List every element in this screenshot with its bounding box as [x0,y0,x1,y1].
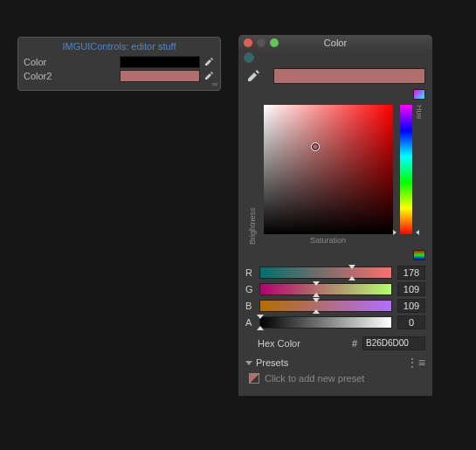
brightness-axis-label: Brightness [248,105,257,245]
hue-axis-label: Hue [415,105,424,245]
presets-header[interactable]: Presets ⋮≡ [245,357,425,368]
color2-row: Color2 [18,69,220,83]
eyedropper-icon[interactable] [245,68,261,84]
color-row: Color [18,55,220,69]
a-label: A [245,317,254,328]
color2-swatch[interactable] [120,70,200,82]
hue-slider[interactable] [400,105,412,234]
color-swatch[interactable] [120,56,200,68]
inspector-title: IMGUIControls: editor stuff [18,38,220,55]
a-value[interactable]: 0 [397,315,425,329]
inspector-panel: IMGUIControls: editor stuff Color Color2… [17,37,221,91]
preset-hint[interactable]: Click to add new preset [265,373,364,384]
hex-input[interactable]: B26D6D00 [362,336,425,350]
color-mode-toggle-icon[interactable] [413,89,425,100]
foldout-icon[interactable] [245,361,252,365]
r-value[interactable]: 178 [397,266,425,280]
saturation-value-field[interactable] [264,105,393,234]
presets-menu-icon[interactable]: ⋮≡ [406,358,425,367]
r-slider[interactable] [259,267,392,279]
hex-hash: # [352,338,357,349]
saturation-axis-label: Saturation [264,236,393,245]
color-label: Color [24,57,120,67]
current-color-swatch[interactable] [273,68,425,84]
window-title: Color [238,38,432,48]
b-label: B [245,301,254,311]
picker-body: Brightness Saturation Hue R [238,51,432,396]
presets-title: Presets [256,357,406,368]
color-picker-window: Color Brightness Saturation [238,35,432,396]
eyedropper-icon[interactable] [203,56,215,68]
r-label: R [245,267,254,278]
presets-row: Click to add new preset [245,371,425,387]
titlebar[interactable]: Color [238,35,432,51]
hue-thumb-icon[interactable] [397,232,416,233]
b-slider[interactable] [259,300,392,312]
slider-mode-toggle-icon[interactable] [413,250,425,260]
a-slider[interactable] [259,316,392,329]
g-slider[interactable] [259,283,392,295]
g-label: G [245,284,254,294]
b-value[interactable]: 109 [397,299,425,313]
resize-grip-icon[interactable]: ═ [212,80,217,88]
picker-mode-dot[interactable] [244,52,254,63]
preset-chip[interactable] [249,373,259,384]
hex-label: Hex Color [245,338,347,349]
sv-cursor-icon[interactable] [312,143,319,150]
g-value[interactable]: 109 [397,282,425,296]
color2-label: Color2 [24,71,120,81]
